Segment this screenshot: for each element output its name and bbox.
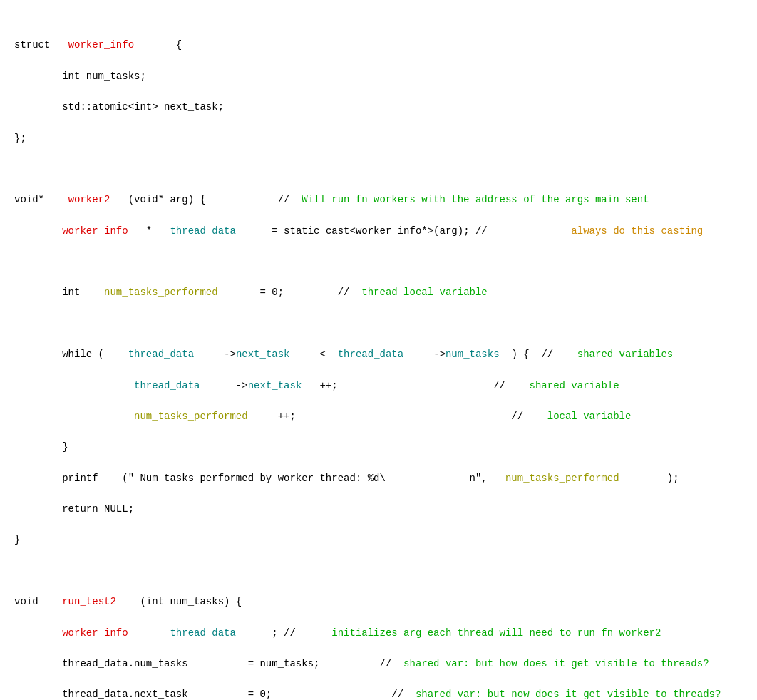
int-line: int num_tasks_performed = 0; // thread l…: [14, 285, 743, 301]
num-tasks-performed-var: num_tasks_performed: [104, 287, 218, 298]
next-task-while: next_task: [236, 349, 290, 360]
worker2-fn: worker2: [68, 194, 110, 205]
return-line: return NULL;: [14, 502, 743, 518]
next-task-body1: next_task: [248, 380, 302, 391]
init-comment: initializes arg each thread will need to…: [331, 627, 661, 639]
thread-data-while: thread_data: [128, 349, 194, 360]
worker2-cast: worker_info * thread_data = static_cast<…: [14, 224, 743, 240]
fn-end: }: [14, 532, 743, 548]
num-tasks-performed-body: num_tasks_performed: [134, 411, 248, 422]
worker2-comment: Will run fn workers with the address of …: [302, 194, 649, 205]
run-test2-fn: run_test2: [62, 596, 116, 607]
struct-field-2: std::atomic<int> next_task;: [14, 100, 743, 115]
worker-info-type: worker_info: [62, 225, 128, 237]
thread-data-while2: thread_data: [338, 349, 403, 360]
struct-end: };: [14, 131, 743, 147]
thread-local-comment: thread local variable: [361, 287, 487, 298]
blank-3: [14, 316, 743, 332]
worker2-sig: void* worker2 (void* arg) { // Will run …: [14, 192, 743, 208]
run-test2-body3: thread_data.next_task = 0; // shared var…: [14, 687, 743, 700]
run-test2-sig: void run_test2 (int num_tasks) {: [14, 595, 743, 610]
shared-var-comment: shared variable: [530, 380, 619, 391]
num-tasks-while: num_tasks: [446, 349, 500, 360]
shared-var-num-tasks-comment: shared var: but how does it get visible …: [403, 658, 709, 669]
thread-data-body1: thread_data: [134, 380, 200, 391]
thread-data-var: thread_data: [170, 225, 235, 237]
local-var-comment: local variable: [547, 411, 632, 422]
casting-comment: always do this casting: [571, 225, 703, 237]
while-body-1: thread_data ->next_task ++; // shared va…: [14, 379, 743, 394]
while-end: }: [14, 440, 743, 455]
struct-line: struct worker_info {: [14, 38, 743, 53]
struct-field-1: int num_tasks;: [14, 69, 743, 85]
printf-line: printf (" Num tasks performed by worker …: [14, 471, 743, 487]
while-line: while ( thread_data ->next_task < thread…: [14, 347, 743, 363]
run-test2-body1: worker_info thread_data ; // initializes…: [14, 626, 743, 642]
blank-2: [14, 254, 743, 270]
run-test2-body2: thread_data.num_tasks = num_tasks; // sh…: [14, 657, 743, 672]
blank-1: [14, 162, 743, 177]
while-body-2: num_tasks_performed ++; // local variabl…: [14, 409, 743, 425]
num-tasks-performed-printf: num_tasks_performed: [505, 473, 619, 484]
shared-var-next-task-comment: shared var: but now does it get visible …: [416, 689, 721, 700]
shared-vars-comment: shared variables: [577, 349, 673, 360]
worker-info-type2: worker_info: [62, 627, 128, 639]
code-container: struct worker_info { int num_tasks; std:…: [14, 7, 743, 700]
blank-4: [14, 564, 743, 580]
thread-data-run: thread_data: [170, 627, 235, 639]
struct-name: worker_info: [68, 39, 134, 51]
